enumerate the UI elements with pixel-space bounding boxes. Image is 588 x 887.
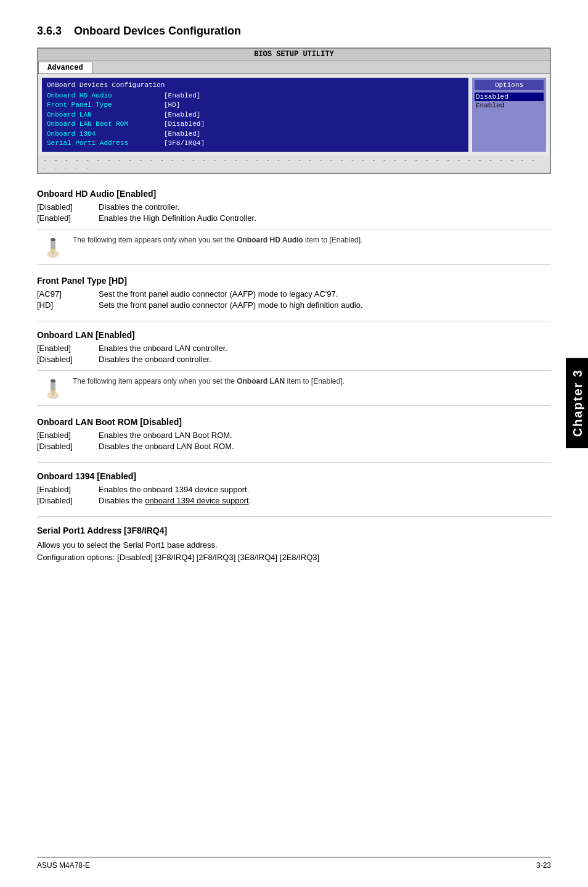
option-key: [Disabled] (37, 496, 99, 505)
option-desc: Disables the onboard 1394 device support… (99, 496, 251, 505)
option-desc: Enables the onboard LAN Boot ROM. (99, 431, 232, 440)
option-row: [Disabled] Disables the onboard LAN Boot… (37, 442, 551, 451)
option-key: [Disabled] (37, 355, 99, 364)
subsection-lan-boot-rom: Onboard LAN Boot ROM [Disabled] [Enabled… (37, 417, 551, 451)
subsection-1394: Onboard 1394 [Enabled] [Enabled] Enables… (37, 471, 551, 505)
option-key: [Enabled] (37, 431, 99, 440)
subsection-front-panel: Front Panel Type [HD] [AC97] Sest the fr… (37, 276, 551, 310)
chapter-tab: Chapter 3 (566, 358, 588, 448)
option-key: [Enabled] (37, 344, 99, 353)
option-key: [Enabled] (37, 485, 99, 494)
option-desc: Disables the controller. (99, 202, 180, 212)
bios-title-bar: BIOS SETUP UTILITY (38, 49, 550, 60)
note-text-lan: The following item appears only when you… (73, 376, 345, 387)
option-row: [Enabled] Enables the onboard 1394 devic… (37, 485, 551, 494)
subsection-front-panel-title: Front Panel Type [HD] (37, 276, 551, 286)
option-desc: Enables the onboard LAN controller. (99, 344, 227, 353)
option-key: [HD] (37, 300, 99, 310)
subsection-lan: Onboard LAN [Enabled] [Enabled] Enables … (37, 330, 551, 406)
option-key: [Disabled] (37, 202, 99, 212)
option-key: [AC97] (37, 289, 99, 299)
option-row: [Enabled] Enables the onboard LAN contro… (37, 344, 551, 353)
bios-item-lan: Onboard LAN [Enabled] (47, 110, 463, 120)
serial-port1-desc: Allows you to select the Serial Port1 ba… (37, 539, 551, 563)
page-footer: ASUS M4A78-E 3-23 (37, 857, 551, 870)
bios-content: OnBoard Devices Configuration Onboard HD… (38, 74, 550, 155)
option-desc: Sest the front panel audio connector (AA… (99, 289, 338, 299)
bios-box: BIOS SETUP UTILITY Advanced OnBoard Devi… (37, 47, 551, 174)
bios-dashes: - - - - - - - - - - - - - - - - - - - - … (38, 155, 550, 173)
option-row: [Disabled] Disables the onboard 1394 dev… (37, 496, 551, 505)
note-box-hd-audio: The following item appears only when you… (37, 229, 551, 265)
svg-rect-7 (51, 390, 55, 393)
section-divider-3 (37, 516, 551, 517)
svg-rect-8 (51, 379, 55, 382)
option-desc: Sets the front panel audio connector (AA… (99, 300, 363, 310)
bios-tab-bar: Advanced (38, 60, 550, 74)
subsection-lan-title: Onboard LAN [Enabled] (37, 330, 551, 340)
section-divider (37, 321, 551, 321)
note-pencil-icon (41, 234, 65, 259)
bios-tab-advanced[interactable]: Advanced (38, 62, 92, 73)
option-key: [Enabled] (37, 213, 99, 223)
section-heading: 3.6.3 Onboard Devices Configuration (37, 25, 551, 38)
subsection-serial-port1: Serial Port1 Address [3F8/IRQ4] Allows y… (37, 526, 551, 563)
option-row: [AC97] Sest the front panel audio connec… (37, 289, 551, 299)
svg-rect-3 (51, 238, 55, 241)
subsection-hd-audio: Onboard HD Audio [Enabled] [Disabled] Di… (37, 189, 551, 265)
footer-right: 3-23 (536, 861, 551, 870)
option-row: [Disabled] Disables the controller. (37, 202, 551, 212)
note-box-lan: The following item appears only when you… (37, 370, 551, 406)
option-row: [Enabled] Enables the onboard LAN Boot R… (37, 431, 551, 440)
bios-option-disabled[interactable]: Disabled (475, 93, 544, 101)
subsection-1394-title: Onboard 1394 [Enabled] (37, 471, 551, 481)
footer-left: ASUS M4A78-E (37, 861, 90, 870)
note-pencil-icon-2 (41, 376, 65, 400)
subsection-serial-port1-title: Serial Port1 Address [3F8/IRQ4] (37, 526, 551, 535)
subsection-lan-boot-rom-title: Onboard LAN Boot ROM [Disabled] (37, 417, 551, 427)
bios-item-serial-port1: Serial Port1 Address [3F8/IRQ4] (47, 139, 463, 148)
bios-option-enabled[interactable]: Enabled (475, 101, 544, 110)
bios-item-1394: Onboard 1394 [Enabled] (47, 130, 463, 139)
bios-sidebar: Options Disabled Enabled (472, 78, 546, 152)
option-desc: Disables the onboard controller. (99, 355, 211, 364)
option-desc: Disables the onboard LAN Boot ROM. (99, 442, 234, 451)
bios-main-panel: OnBoard Devices Configuration Onboard HD… (42, 78, 468, 152)
bios-item-lan-boot-rom: Onboard LAN Boot ROM [Disabled] (47, 120, 463, 129)
bios-item-hd-audio: Onboard HD Audio [Enabled] (47, 91, 463, 101)
section-divider-2 (37, 462, 551, 463)
bios-sidebar-title: Options (475, 80, 544, 90)
note-text-hd-audio: The following item appears only when you… (73, 234, 362, 245)
option-row: [Enabled] Enables the High Definition Au… (37, 213, 551, 223)
subsection-hd-audio-title: Onboard HD Audio [Enabled] (37, 189, 551, 199)
option-key: [Disabled] (37, 442, 99, 451)
option-desc: Enables the onboard 1394 device support. (99, 485, 249, 494)
option-row: [HD] Sets the front panel audio connecto… (37, 300, 551, 310)
section-title: Onboard Devices Configuration (74, 25, 241, 37)
bios-item-front-panel: Front Panel Type [HD] (47, 101, 463, 110)
bios-section-label: OnBoard Devices Configuration (47, 81, 463, 89)
option-desc: Enables the High Definition Audio Contro… (99, 213, 256, 223)
option-row: [Disabled] Disables the onboard controll… (37, 355, 551, 364)
svg-rect-2 (51, 249, 55, 252)
section-number: 3.6.3 (37, 25, 62, 37)
